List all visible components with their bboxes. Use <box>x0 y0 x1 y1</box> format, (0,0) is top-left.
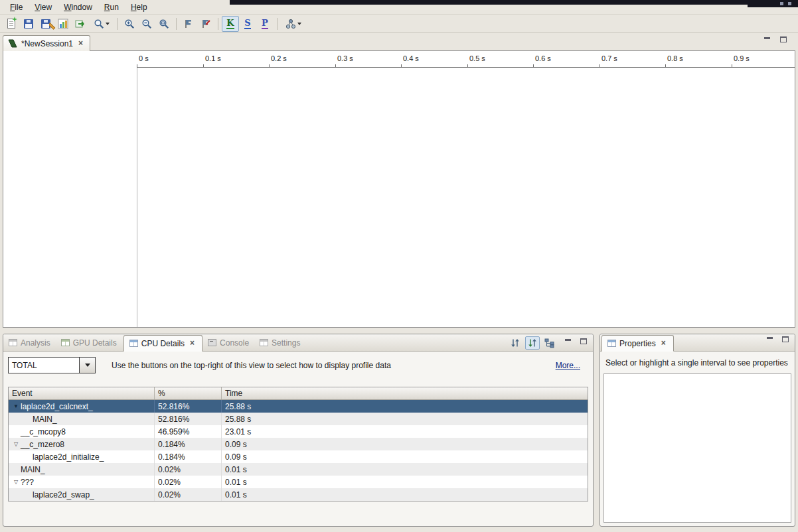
event-time: 0.09 s <box>222 438 588 450</box>
marker-flag-clear-button[interactable] <box>197 16 214 32</box>
save-as-button[interactable] <box>37 16 54 32</box>
event-cell: ▼laplace2d_calcnext_ <box>9 400 155 413</box>
tab-cpu-details[interactable]: CPU Details × <box>123 335 202 352</box>
display-mode-combo[interactable]: TOTAL <box>8 357 96 373</box>
cpu-details-controls: TOTAL Use the buttons on the top-right o… <box>8 357 588 373</box>
ruler-tick-label: 0.9 s <box>734 54 750 62</box>
tab-analysis[interactable]: Analysis <box>3 334 56 351</box>
details-view: Analysis GPU Details CPU Details × Conso… <box>3 334 594 527</box>
maximize-details-button[interactable] <box>578 338 589 348</box>
maximize-glyph <box>580 338 587 344</box>
analysis-dropdown-button[interactable] <box>281 16 305 32</box>
zoom-fit-button[interactable] <box>155 16 173 32</box>
window-titlebar-corner <box>748 0 798 7</box>
menu-run[interactable]: Run <box>98 1 125 13</box>
tree-expander-icon[interactable]: ▼ <box>11 403 21 409</box>
zoom-out-icon <box>141 19 152 29</box>
column-header-percent[interactable]: % <box>155 387 222 399</box>
timeline-ruler[interactable]: 0 s 0.1 s 0.2 s 0.3 s 0.4 s 0.5 s 0.6 s … <box>3 51 795 68</box>
chart-button[interactable] <box>54 16 72 32</box>
tab-settings[interactable]: Settings <box>254 334 305 351</box>
gpu-details-tab-icon <box>61 339 70 346</box>
zoom-in-button[interactable] <box>121 16 138 32</box>
sort-arrows-icon <box>510 338 520 348</box>
minimize-details-button[interactable] <box>562 338 573 348</box>
sampling-mode-button[interactable]: S <box>239 16 256 32</box>
session-tab-close-icon[interactable]: × <box>76 39 85 48</box>
timeline-canvas[interactable] <box>137 68 795 327</box>
event-percent: 0.02% <box>155 463 222 476</box>
table-row[interactable]: __c_mcopy8 46.959% 23.01 s <box>9 425 588 438</box>
cpu-details-tab-close-icon[interactable]: × <box>188 339 197 348</box>
zoom-fit-icon <box>159 19 169 29</box>
call-tree-view-button[interactable] <box>542 336 557 350</box>
tab-properties[interactable]: Properties × <box>601 335 674 352</box>
event-name: MAIN_ <box>21 465 45 474</box>
details-view-tools <box>508 336 589 350</box>
editor-tab-bar: *NewSession1 × <box>0 33 798 50</box>
zoom-out-button[interactable] <box>138 16 155 32</box>
table-row[interactable]: laplace2d_initialize_ 0.184% 0.09 s <box>9 450 588 463</box>
event-cell: laplace2d_swap_ <box>9 488 155 501</box>
maximize-editor-button[interactable] <box>778 36 789 46</box>
marker-flag-button[interactable] <box>180 16 197 32</box>
event-cell: MAIN_ <box>9 413 155 425</box>
tab-label: Properties <box>619 339 656 348</box>
session-tab[interactable]: *NewSession1 × <box>3 35 90 51</box>
menu-file[interactable]: File <box>4 1 29 13</box>
analysis-tab-icon <box>9 339 17 346</box>
table-row[interactable]: ▽??? 0.02% 0.01 s <box>9 476 588 488</box>
table-row[interactable]: laplace2d_swap_ 0.02% 0.01 s <box>9 488 588 501</box>
minimize-properties-button[interactable] <box>764 336 775 346</box>
tab-console[interactable]: Console <box>202 334 254 351</box>
sort-arrows-pressed-icon <box>527 338 538 348</box>
details-tab-bar: Analysis GPU Details CPU Details × Conso… <box>3 334 593 352</box>
tree-expander-icon[interactable]: ▽ <box>11 441 21 447</box>
menu-window[interactable]: Window <box>58 1 98 13</box>
table-row[interactable]: ▼laplace2d_calcnext_ 52.816% 25.88 s <box>9 400 588 413</box>
menu-help[interactable]: Help <box>125 1 153 13</box>
properties-view: Properties × Select or highlight a singl… <box>599 334 795 527</box>
window-titlebar-remnant <box>230 0 798 5</box>
toolbar-separator <box>277 18 278 30</box>
flag-icon <box>183 19 194 29</box>
combo-dropdown-button[interactable] <box>80 357 96 373</box>
tab-gpu-details[interactable]: GPU Details <box>56 334 122 351</box>
top-down-view-button[interactable] <box>525 336 540 350</box>
kernel-mode-button[interactable]: K <box>222 16 239 32</box>
event-name: laplace2d_calcnext_ <box>21 402 93 411</box>
window-control-button[interactable] <box>780 2 783 5</box>
zoom-in-icon <box>124 19 135 29</box>
toolbar-separator <box>117 18 118 30</box>
table-row[interactable]: MAIN_ 0.02% 0.01 s <box>9 463 588 476</box>
bottom-panels: Analysis GPU Details CPU Details × Conso… <box>3 334 795 527</box>
properties-tab-close-icon[interactable]: × <box>659 339 668 348</box>
event-time: 23.01 s <box>222 425 588 438</box>
minimize-editor-button[interactable] <box>761 36 772 46</box>
flat-view-button[interactable] <box>508 336 522 350</box>
session-icon <box>8 39 18 48</box>
column-header-event[interactable]: Event <box>9 387 155 399</box>
save-button[interactable] <box>20 16 37 32</box>
maximize-properties-button[interactable] <box>780 336 791 346</box>
event-time: 0.01 s <box>222 476 588 488</box>
event-name: __c_mcopy8 <box>21 427 66 436</box>
event-percent: 52.816% <box>155 413 222 425</box>
cpu-details-tab-icon <box>129 340 138 347</box>
column-header-time[interactable]: Time <box>222 389 588 398</box>
export-button[interactable] <box>72 16 89 32</box>
console-tab-icon <box>208 339 216 346</box>
table-row[interactable]: ▽__c_mzero8 0.184% 0.09 s <box>9 438 588 450</box>
search-dropdown-button[interactable] <box>89 16 114 32</box>
window-control-button[interactable] <box>788 2 791 5</box>
new-session-button[interactable] <box>3 16 20 32</box>
ruler-tick-label: 0.5 s <box>469 54 485 62</box>
tab-label: Console <box>220 338 249 348</box>
power-mode-button[interactable]: P <box>256 16 274 32</box>
table-row[interactable]: MAIN_ 52.816% 25.88 s <box>9 413 588 425</box>
menu-view[interactable]: View <box>29 1 58 13</box>
tree-expander-icon[interactable]: ▽ <box>11 479 21 485</box>
toolbar-separator <box>218 18 218 30</box>
event-cell: ▽??? <box>9 476 155 488</box>
more-link[interactable]: More... <box>556 361 580 370</box>
